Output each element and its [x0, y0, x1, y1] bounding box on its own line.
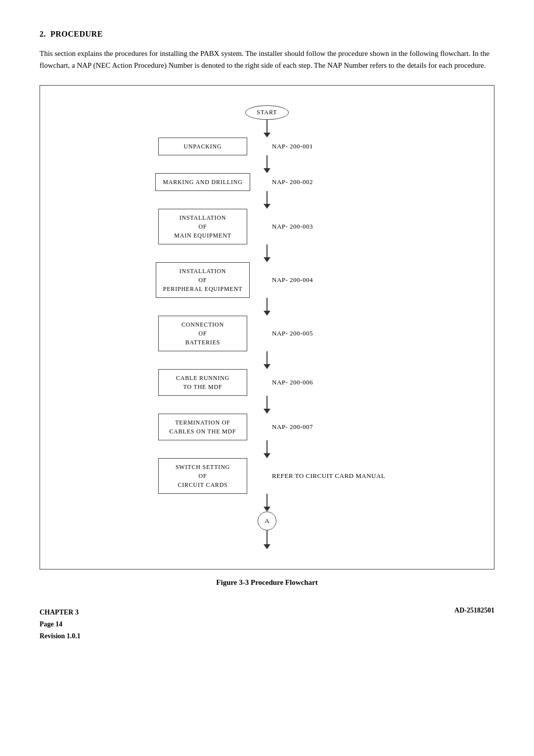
connector-5 [264, 298, 270, 316]
step-box-area-6: CABLE RUNNINGTO THE MDF [148, 369, 257, 396]
connector-8 [264, 440, 270, 458]
step-box-area-2: MARKING AND DRILLING [148, 173, 257, 191]
step-row-8: SWITCH SETTINGOFCIRCUIT CARDS REFER TO C… [55, 458, 479, 494]
step-box-area-8: SWITCH SETTINGOFCIRCUIT CARDS [148, 458, 257, 494]
step-box-2: MARKING AND DRILLING [155, 173, 250, 191]
connector-3 [264, 191, 270, 209]
step-box-5: CONNECTIONOFBATTERIES [158, 316, 247, 351]
connector-1 [264, 120, 270, 138]
nap-label-3: NAP- 200-003 [257, 223, 386, 231]
nap-label-2: NAP- 200-002 [257, 178, 386, 186]
step-box-3: INSTALLATIONOFMAIN EQUIPMENT [158, 209, 247, 244]
start-oval: START [245, 105, 288, 120]
step-box-4: INSTALLATIONOFPERIPHERAL EQUIPMENT [156, 262, 250, 298]
footer-doc-number: AD-25182501 [454, 607, 494, 614]
step-box-area-1: UNPACKING [148, 138, 257, 155]
step-row-7: TERMINATION OFCABLES ON THE MDF NAP- 200… [55, 414, 479, 440]
footer-chapter: CHAPTER 3 [40, 607, 81, 618]
step-box-area-3: INSTALLATIONOFMAIN EQUIPMENT [148, 209, 257, 244]
step-row-5: CONNECTIONOFBATTERIES NAP- 200-005 [55, 316, 479, 351]
nap-label-7: NAP- 200-007 [257, 423, 386, 431]
flowchart-inner: START UNPACKING NAP- 200-001 MARKING AND… [55, 105, 479, 549]
step-row-6: CABLE RUNNINGTO THE MDF NAP- 200-006 [55, 369, 479, 396]
nap-label-5: NAP- 200-005 [257, 330, 386, 337]
step-row-2: MARKING AND DRILLING NAP- 200-002 [55, 173, 479, 191]
step-box-1: UNPACKING [158, 138, 247, 155]
connector-2 [264, 155, 270, 173]
step-box-7: TERMINATION OFCABLES ON THE MDF [158, 414, 247, 440]
final-arrow [264, 530, 270, 549]
step-box-8: SWITCH SETTINGOFCIRCUIT CARDS [158, 458, 247, 494]
nap-label-1: NAP- 200-001 [257, 142, 386, 150]
step-row-4: INSTALLATIONOFPERIPHERAL EQUIPMENT NAP- … [55, 262, 479, 298]
footer-left: CHAPTER 3 Page 14 Revision 1.0.1 [40, 607, 81, 642]
step-box-area-4: INSTALLATIONOFPERIPHERAL EQUIPMENT [148, 262, 257, 298]
figure-caption: Figure 3-3 Procedure Flowchart [40, 578, 494, 587]
step-row-3: INSTALLATIONOFMAIN EQUIPMENT NAP- 200-00… [55, 209, 479, 244]
nap-label-8: REFER TO CIRCUIT CARD MANUAL [257, 472, 386, 480]
connector-6 [264, 351, 270, 369]
footer-page: Page 14 [40, 618, 81, 630]
step-box-6: CABLE RUNNINGTO THE MDF [158, 369, 247, 396]
nap-label-4: NAP- 200-004 [257, 276, 386, 284]
intro-paragraph: This section explains the procedures for… [40, 47, 494, 71]
footer-revision: Revision 1.0.1 [40, 630, 81, 642]
section-title: 2. PROCEDURE [40, 30, 494, 39]
nap-label-6: NAP- 200-006 [257, 378, 386, 386]
footer-section: CHAPTER 3 Page 14 Revision 1.0.1 AD-2518… [40, 607, 494, 642]
step-row-1: UNPACKING NAP- 200-001 [55, 138, 479, 155]
end-circle-a: A [258, 512, 276, 530]
flowchart-container: START UNPACKING NAP- 200-001 MARKING AND… [40, 85, 494, 569]
connector-4 [264, 244, 270, 262]
step-box-area-7: TERMINATION OFCABLES ON THE MDF [148, 414, 257, 440]
connector-7 [264, 396, 270, 414]
step-box-area-5: CONNECTIONOFBATTERIES [148, 316, 257, 351]
section-header: 2. PROCEDURE This section explains the p… [40, 30, 494, 71]
connector-9 [264, 494, 270, 512]
